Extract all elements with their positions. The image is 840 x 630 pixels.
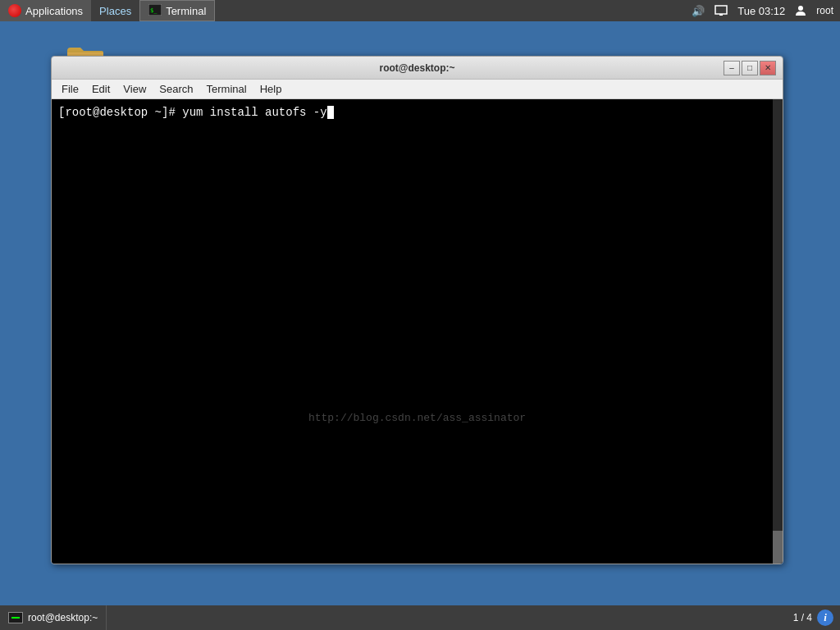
menu-edit[interactable]: Edit (85, 80, 116, 98)
terminal-menu[interactable]: $_ Terminal (139, 0, 215, 21)
maximize-button[interactable]: □ (742, 61, 758, 75)
taskbar-right: 🔊 Tue 03:12 root (692, 0, 840, 21)
username: root (816, 5, 833, 16)
scrollbar-thumb[interactable] (773, 531, 783, 564)
terminal-label: Terminal (166, 5, 206, 17)
terminal-body[interactable]: [root@desktop ~]# yum install autofs -y … (52, 99, 783, 564)
places-label: Places (99, 5, 131, 17)
window-menubar: File Edit View Search Terminal Help (52, 80, 783, 99)
taskbar-top: Applications Places $_ Terminal 🔊 Tue 03… (0, 0, 840, 21)
menu-view[interactable]: View (116, 80, 153, 98)
menu-help[interactable]: Help (253, 80, 289, 98)
applications-label: Applications (25, 5, 83, 17)
terminal-window: root@desktop:~ – □ ✕ File Edit View Sear… (51, 56, 783, 564)
taskbar-window-label: root@desktop:~ (28, 612, 98, 623)
user-icon (795, 5, 806, 16)
taskbar-bottom: root@desktop:~ 1 / 4 i (0, 605, 840, 630)
desktop: root@desktop:~ – □ ✕ File Edit View Sear… (0, 21, 840, 605)
terminal-small-inner (11, 617, 20, 619)
taskbar-bottom-left: root@desktop:~ (0, 605, 107, 630)
taskbar-window-button[interactable]: root@desktop:~ (0, 605, 107, 630)
terminal-icon: $_ (148, 4, 162, 18)
applications-menu[interactable]: Applications (0, 0, 91, 21)
places-menu[interactable]: Places (91, 0, 139, 21)
terminal-scrollbar[interactable] (773, 99, 783, 564)
terminal-content: [root@desktop ~]# yum install autofs -y (52, 99, 783, 564)
svg-rect-3 (719, 14, 723, 16)
svg-text:$_: $_ (150, 7, 158, 14)
taskbar-left: Applications Places $_ Terminal (0, 0, 215, 21)
menu-search[interactable]: Search (153, 80, 199, 98)
menu-file[interactable]: File (55, 80, 85, 98)
terminal-small-icon (8, 612, 23, 623)
svg-rect-2 (715, 6, 727, 14)
minimize-button[interactable]: – (724, 61, 740, 75)
display-icon[interactable] (714, 5, 728, 16)
svg-point-4 (798, 6, 803, 11)
datetime: Tue 03:12 (737, 5, 785, 17)
taskbar-bottom-right: 1 / 4 i (793, 605, 840, 630)
window-controls: – □ ✕ (724, 61, 776, 75)
prompt-text: [root@desktop ~]# yum install autofs -y (58, 106, 327, 119)
window-title: root@desktop:~ (111, 62, 724, 74)
window-titlebar: root@desktop:~ – □ ✕ (52, 57, 783, 80)
volume-icon[interactable]: 🔊 (692, 5, 705, 17)
cursor (327, 106, 334, 119)
menu-terminal[interactable]: Terminal (200, 80, 253, 98)
page-indicator: 1 / 4 (793, 612, 812, 623)
applications-icon (8, 4, 21, 17)
close-button[interactable]: ✕ (760, 61, 776, 75)
info-icon[interactable]: i (817, 609, 833, 626)
terminal-prompt: [root@desktop ~]# yum install autofs -y (58, 106, 766, 119)
